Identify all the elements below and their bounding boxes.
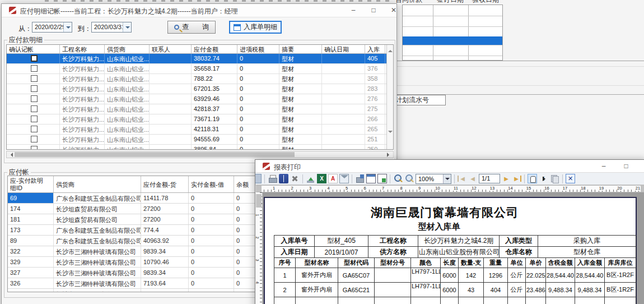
- next-page-button[interactable]: ▶: [502, 176, 511, 182]
- psetup3-icon[interactable]: [377, 174, 387, 183]
- detail-column-header: 重量: [484, 258, 508, 268]
- cell: [150, 54, 192, 63]
- payable-detail-row[interactable]: 长沙万科魅力...山东南山铝业...35658.170型材376: [7, 64, 393, 74]
- minimize-button[interactable]: –: [597, 161, 610, 172]
- excel-icon[interactable]: X: [317, 174, 326, 183]
- vertical-scrollbar[interactable]: [386, 45, 393, 149]
- table-header-row: 确认记帐工程名称供货商联系人应付金额进项税额摘要确认日期入库: [7, 45, 393, 54]
- chevron-down-icon[interactable]: [443, 174, 451, 183]
- design-icon[interactable]: [255, 174, 262, 183]
- open-icon[interactable]: [279, 174, 288, 183]
- print-preview-area[interactable]: 12345 湖南巨晟门窗幕墙有限公司 型材入库单 入库单号型材_405工程名称长…: [255, 192, 644, 304]
- close-preview-icon[interactable]: ✕: [566, 174, 575, 183]
- horizontal-scrollbar[interactable]: [6, 151, 394, 158]
- ruler-number: 7: [381, 186, 385, 191]
- info-label: 入库类型: [500, 236, 538, 247]
- confirm-checkbox[interactable]: [31, 95, 38, 102]
- payable-detail-row[interactable]: 长沙万科魅力...山东南山铝业...42818.370型材275: [7, 104, 393, 114]
- cell: 长沙万科魅力...: [60, 84, 105, 94]
- maximize-button[interactable]: □: [367, 5, 380, 16]
- last-page-button[interactable]: ▶: [512, 176, 521, 182]
- detail-column-header: 型材名称: [296, 258, 338, 268]
- cell: 型材: [279, 84, 322, 94]
- export-icon[interactable]: [306, 174, 315, 183]
- payable-detail-row[interactable]: 长沙万科魅力...山东南山铝业...42118.310型材265: [7, 125, 393, 135]
- to-date-picker[interactable]: 2020/03/31: [91, 22, 132, 33]
- cell: [150, 125, 192, 134]
- close-button[interactable]: ✕: [640, 161, 644, 172]
- maximize-button[interactable]: □: [619, 161, 633, 172]
- confirm-checkbox[interactable]: [31, 85, 38, 92]
- text-select-icon[interactable]: I: [539, 174, 548, 183]
- scrollbar-thumb[interactable]: [15, 152, 295, 157]
- cell: [189, 289, 234, 292]
- cell: [150, 145, 192, 150]
- column-header: 实付金额-借: [189, 176, 234, 192]
- info-label: 供方名称: [368, 247, 418, 258]
- info-label: 仓库名称: [500, 247, 538, 258]
- zoom-select[interactable]: 100%: [416, 174, 451, 184]
- cell: 长沙万科魅力...: [60, 54, 105, 63]
- payable-detail-row[interactable]: 长沙万科魅力...山东南山铝业...38032.740型材405: [7, 54, 393, 64]
- payable-detail-row[interactable]: 长沙万科魅力...山东南山铝业...73671.190型材266: [7, 114, 393, 125]
- payable-detail-row[interactable]: 长沙万科魅力...山东南山铝业...3895.840型材250: [7, 145, 393, 150]
- confirm-checkbox[interactable]: [31, 136, 38, 142]
- chevron-down-icon[interactable]: [123, 22, 131, 32]
- cell: 窗外开内扇: [296, 283, 338, 297]
- minimize-button[interactable]: –: [347, 5, 360, 16]
- document-title: 型材入库单: [265, 222, 613, 232]
- from-date-picker[interactable]: 2020/02/29: [32, 22, 72, 33]
- cell: 173: [8, 225, 54, 235]
- cell: 长沙市三湘特种玻璃有限公司: [54, 268, 141, 278]
- email-icon[interactable]: [339, 174, 349, 183]
- query-button[interactable]: 查 询: [167, 21, 216, 34]
- payable-detail-row[interactable]: 长沙万科魅力...山东南山铝业...788.220型材358: [7, 74, 393, 84]
- confirm-checkbox[interactable]: [31, 65, 38, 72]
- confirm-checkbox[interactable]: [31, 55, 38, 62]
- info-label: 入库日期: [274, 247, 315, 258]
- hand-tool-icon[interactable]: [528, 174, 537, 183]
- cell: 9,488.34: [546, 283, 575, 297]
- settings-icon[interactable]: [290, 174, 300, 183]
- cell: 公斤: [508, 283, 526, 297]
- copy-icon[interactable]: [550, 174, 559, 183]
- close-button[interactable]: ✕: [387, 5, 400, 16]
- column-header: 供货商: [105, 45, 150, 53]
- payable-detail-row[interactable]: 长沙万科魅力...山东南山铝业...63929.460型材276: [7, 94, 393, 104]
- cell: 0: [237, 114, 279, 124]
- print-icon[interactable]: [268, 174, 277, 183]
- zoom-in-icon[interactable]: [393, 174, 403, 183]
- payable-detail-row[interactable]: 长沙万科魅力...山东南山铝业...94555.690型材251: [7, 135, 393, 145]
- confirm-checkbox[interactable]: [31, 126, 38, 132]
- inbound-detail-button[interactable]: 入库单明细: [229, 21, 282, 34]
- pdf-icon[interactable]: A: [328, 174, 338, 183]
- psetup1-icon[interactable]: [355, 174, 365, 183]
- confirm-checkbox[interactable]: [31, 75, 38, 82]
- confirm-checkbox[interactable]: [31, 146, 38, 150]
- confirm-checkbox[interactable]: [31, 116, 38, 122]
- column-header: 联系人: [150, 45, 192, 53]
- cell: 6000: [441, 268, 459, 283]
- ruler-number: 2: [255, 236, 260, 238]
- first-page-button[interactable]: ◀: [458, 176, 466, 182]
- cell: 89: [8, 236, 54, 246]
- cell: 0: [237, 64, 279, 73]
- cell: 山东南山铝业...: [105, 84, 150, 94]
- cell: 329: [8, 257, 54, 267]
- confirm-checkbox[interactable]: [31, 105, 38, 112]
- psetup2-icon[interactable]: [366, 174, 376, 183]
- cell: 0: [237, 74, 279, 84]
- cell: 长沙万科魅力...: [60, 64, 105, 73]
- bg-col-accept-date: 验收日期: [472, 0, 499, 4]
- payable-detail-row[interactable]: 长沙万科魅力...山东南山铝业...67201.350型材283: [7, 84, 393, 94]
- cell: 43: [459, 283, 484, 297]
- page-number-input[interactable]: 1/1: [479, 174, 500, 183]
- prev-page-button[interactable]: ◀: [468, 176, 477, 182]
- cell: 型材: [279, 54, 322, 63]
- info-value: 长沙万科魅力之城4.2期: [418, 236, 500, 247]
- info-row: 入库日期2019/10/07供方名称山东南山铝业股份有限公司仓库名称型材仓库: [274, 247, 636, 258]
- chevron-down-icon[interactable]: [63, 22, 72, 32]
- from-label: 从：: [18, 24, 32, 34]
- cell: 2: [274, 283, 296, 297]
- zoom-out-icon[interactable]: [404, 174, 414, 183]
